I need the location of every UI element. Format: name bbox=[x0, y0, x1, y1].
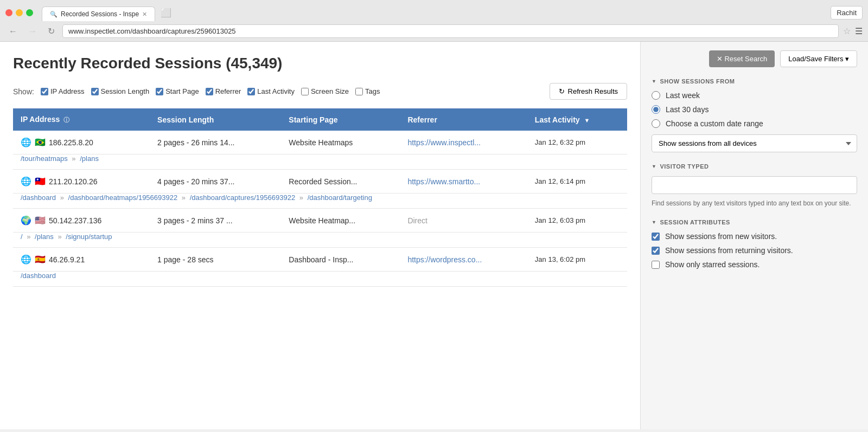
show-label: Show: bbox=[13, 87, 34, 96]
browser-icon: 🌐 bbox=[21, 176, 31, 186]
ip-cell: 🌍 🇺🇸 50.142.237.136 bbox=[13, 209, 150, 233]
tab-favicon: 🔍 bbox=[50, 11, 58, 18]
menu-icon[interactable]: ☰ bbox=[855, 26, 863, 36]
referrer-cell: https://www.smartto... bbox=[400, 170, 527, 194]
back-button[interactable]: ← bbox=[5, 25, 21, 37]
visitor-typed-input[interactable] bbox=[652, 176, 857, 194]
last-activity-cell: Jan 12, 6:14 pm bbox=[527, 170, 627, 194]
path-link[interactable]: /dashboard bbox=[21, 272, 56, 280]
path-link[interactable]: /plans bbox=[35, 233, 54, 241]
refresh-icon: ↻ bbox=[559, 87, 565, 95]
col-starting-page: Starting Page bbox=[281, 108, 400, 131]
session-attributes-title: SESSION ATTRIBUTES bbox=[652, 219, 857, 225]
sessions-table: IP Address ⓘ Session Length Starting Pag… bbox=[13, 108, 627, 287]
last-activity-cell: Jan 12, 6:03 pm bbox=[527, 209, 627, 233]
radio-last-week[interactable]: Last week bbox=[652, 91, 857, 100]
table-row[interactable]: 🌐 🇪🇸 46.26.9.21 1 page - 28 secs Dashboa… bbox=[13, 248, 627, 272]
forward-button[interactable]: → bbox=[25, 25, 40, 37]
session-length-cell: 2 pages - 26 mins 14... bbox=[150, 131, 281, 154]
close-button[interactable] bbox=[5, 9, 12, 16]
ip-address-checkbox[interactable]: IP Address bbox=[41, 87, 85, 95]
refresh-results-button[interactable]: ↻ Refresh Results bbox=[550, 83, 627, 100]
flag-icon: 🇧🇷 bbox=[35, 137, 46, 147]
flag-icon: 🇺🇸 bbox=[35, 215, 46, 225]
sidebar: ✕ Reset Search Load/Save Filters ▾ SHOW … bbox=[640, 42, 868, 429]
session-attributes-section: SESSION ATTRIBUTES Show sessions from ne… bbox=[652, 219, 857, 269]
load-save-filters-button[interactable]: Load/Save Filters ▾ bbox=[780, 50, 857, 67]
reset-search-button[interactable]: ✕ Reset Search bbox=[709, 50, 775, 67]
ip-cell: 🌐 🇹🇼 211.20.120.26 bbox=[13, 170, 150, 194]
referrer-cell: https://www.inspectl... bbox=[400, 131, 527, 154]
starting-page-cell: Website Heatmaps bbox=[281, 131, 400, 154]
path-separator: » bbox=[182, 194, 186, 202]
visitor-typed-title: VISITOR TYPED bbox=[652, 163, 857, 170]
start-page-checkbox[interactable]: Start Page bbox=[156, 87, 199, 95]
referrer-checkbox[interactable]: Referrer bbox=[206, 87, 241, 95]
show-sessions-section: SHOW SESSIONS FROM Last week Last 30 day… bbox=[652, 78, 857, 152]
screen-size-checkbox[interactable]: Screen Size bbox=[301, 87, 349, 95]
path-link[interactable]: /dashboard/captures/1956693922 bbox=[190, 194, 295, 202]
path-link[interactable]: /dashboard bbox=[21, 194, 56, 202]
ip-address: 211.20.120.26 bbox=[49, 177, 98, 186]
minimize-button[interactable] bbox=[16, 9, 23, 16]
ip-address: 186.225.8.20 bbox=[49, 138, 93, 147]
path-link[interactable]: /tour/heatmaps bbox=[21, 154, 68, 163]
visitor-typed-section: VISITOR TYPED Find sessions by any text … bbox=[652, 163, 857, 208]
col-session-length: Session Length bbox=[150, 108, 281, 131]
sort-icon: ▼ bbox=[584, 117, 590, 124]
browser-icon: 🌐 bbox=[21, 137, 31, 147]
last-activity-checkbox[interactable]: Last Activity bbox=[247, 87, 295, 95]
reload-button[interactable]: ↻ bbox=[44, 25, 58, 37]
browser-tab[interactable]: 🔍 Recorded Sessions - Inspe ✕ bbox=[42, 7, 155, 21]
path-link[interactable]: /plans bbox=[80, 154, 99, 163]
ip-address: 46.26.9.21 bbox=[49, 255, 85, 264]
visitor-typed-description: Find sessions by any text visitors typed… bbox=[652, 198, 857, 208]
col-ip: IP Address ⓘ bbox=[13, 108, 150, 131]
session-length-cell: 4 pages - 20 mins 37... bbox=[150, 170, 281, 194]
direct-referrer: Direct bbox=[407, 216, 427, 225]
show-sessions-title: SHOW SESSIONS FROM bbox=[652, 78, 857, 85]
path-separator: » bbox=[58, 233, 61, 241]
path-separator: » bbox=[299, 194, 303, 202]
session-path-row: /tour/heatmaps » /plans bbox=[13, 154, 627, 170]
ip-cell: 🌐 🇪🇸 46.26.9.21 bbox=[13, 248, 150, 272]
col-last-activity[interactable]: Last Activity ▼ bbox=[527, 108, 627, 131]
session-path-row: /dashboard » /dashboard/heatmaps/1956693… bbox=[13, 194, 627, 209]
path-link[interactable]: /dashboard/targeting bbox=[308, 194, 372, 202]
referrer-link[interactable]: https://wordpress.co... bbox=[407, 255, 482, 264]
address-bar[interactable]: www.inspectlet.com/dashboard/captures/25… bbox=[62, 24, 839, 38]
path-link[interactable]: /signup/startup bbox=[66, 233, 112, 241]
browser-icon: 🌍 bbox=[21, 215, 31, 225]
table-row[interactable]: 🌍 🇺🇸 50.142.237.136 3 pages - 2 mins 37 … bbox=[13, 209, 627, 233]
bookmark-icon[interactable]: ☆ bbox=[843, 26, 851, 36]
radio-last-30-days[interactable]: Last 30 days bbox=[652, 105, 857, 114]
session-length-checkbox[interactable]: Session Length bbox=[91, 87, 150, 95]
tab-close-icon[interactable]: ✕ bbox=[142, 11, 147, 18]
referrer-cell: Direct bbox=[400, 209, 527, 233]
content-area: Recently Recorded Sessions (45,349) Show… bbox=[0, 42, 640, 429]
new-tab-button[interactable]: ⬜ bbox=[155, 4, 177, 21]
path-link[interactable]: /dashboard/heatmaps/1956693922 bbox=[68, 194, 178, 202]
session-path-row: /dashboard bbox=[13, 272, 627, 287]
path-link[interactable]: / bbox=[21, 233, 23, 241]
starred-sessions-checkbox[interactable]: Show only starred sessions. bbox=[652, 260, 857, 269]
flag-icon: 🇪🇸 bbox=[35, 254, 46, 265]
radio-custom-date[interactable]: Choose a custom date range bbox=[652, 119, 857, 128]
table-row[interactable]: 🌐 🇧🇷 186.225.8.20 2 pages - 26 mins 14..… bbox=[13, 131, 627, 154]
tags-checkbox[interactable]: Tags bbox=[355, 87, 380, 95]
sidebar-actions: ✕ Reset Search Load/Save Filters ▾ bbox=[652, 50, 857, 67]
referrer-link[interactable]: https://www.smartto... bbox=[407, 177, 480, 186]
last-activity-cell: Jan 12, 6:32 pm bbox=[527, 131, 627, 154]
returning-visitors-checkbox[interactable]: Show sessions from returning visitors. bbox=[652, 246, 857, 255]
fullscreen-button[interactable] bbox=[26, 9, 33, 16]
ip-address: 50.142.237.136 bbox=[49, 216, 101, 225]
sessions-from-radio-group: Last week Last 30 days Choose a custom d… bbox=[652, 91, 857, 128]
session-attributes-checkboxes: Show sessions from new visitors. Show se… bbox=[652, 232, 857, 269]
path-separator: » bbox=[60, 194, 64, 202]
new-visitors-checkbox[interactable]: Show sessions from new visitors. bbox=[652, 232, 857, 241]
starting-page-cell: Dashboard - Insp... bbox=[281, 248, 400, 272]
device-select[interactable]: Show sessions from all devices Desktop o… bbox=[652, 134, 857, 152]
referrer-link[interactable]: https://www.inspectl... bbox=[407, 138, 481, 147]
session-path-row: / » /plans » /signup/startup bbox=[13, 233, 627, 248]
table-row[interactable]: 🌐 🇹🇼 211.20.120.26 4 pages - 20 mins 37.… bbox=[13, 170, 627, 194]
